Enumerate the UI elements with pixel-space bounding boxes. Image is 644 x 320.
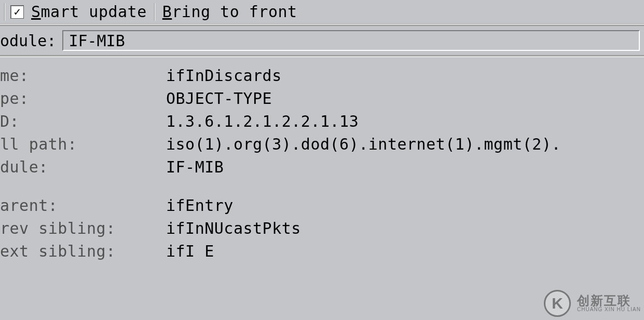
watermark-text-small: CHUANG XIN HU LIAN bbox=[577, 307, 641, 313]
detail-row-parent: arent: ifEntry bbox=[0, 194, 644, 217]
watermark: K 创新互联 CHUANG XIN HU LIAN bbox=[544, 290, 641, 317]
watermark-text-big: 创新互联 bbox=[577, 294, 641, 307]
detail-label-next-sibling: ext sibling: bbox=[0, 240, 166, 263]
detail-row-type: pe: OBJECT-TYPE bbox=[0, 87, 644, 110]
detail-value-type: OBJECT-TYPE bbox=[166, 87, 272, 110]
watermark-logo-letter: K bbox=[552, 295, 563, 312]
detail-label-name: me: bbox=[0, 64, 166, 87]
detail-row-oid: D: 1.3.6.1.2.1.2.2.1.13 bbox=[0, 110, 644, 133]
toolbar-divider bbox=[4, 3, 5, 21]
detail-row-next-sibling: ext sibling: ifI E bbox=[0, 240, 644, 263]
detail-value-prev-sibling: ifInNUcastPkts bbox=[166, 217, 301, 240]
watermark-text: 创新互联 CHUANG XIN HU LIAN bbox=[577, 294, 641, 313]
detail-row-prev-sibling: rev sibling: ifInNUcastPkts bbox=[0, 217, 644, 240]
watermark-logo-icon: K bbox=[544, 290, 571, 317]
toolbar: ✓ Smart update Bring to front bbox=[0, 0, 644, 24]
detail-label-parent: arent: bbox=[0, 194, 166, 217]
smart-update-label[interactable]: Smart update bbox=[29, 3, 149, 21]
bring-to-front-button[interactable]: Bring to front bbox=[160, 3, 299, 21]
detail-row-name: me: ifInDiscards bbox=[0, 64, 644, 87]
details-panel: me: ifInDiscards pe: OBJECT-TYPE D: 1.3.… bbox=[0, 57, 644, 263]
detail-label-type: pe: bbox=[0, 87, 166, 110]
detail-label-module: dule: bbox=[0, 156, 166, 179]
toolbar-divider bbox=[154, 3, 155, 21]
module-row: odule: bbox=[0, 26, 644, 55]
detail-value-full-path: iso(1).org(3).dod(6).internet(1).mgmt(2)… bbox=[166, 133, 561, 156]
module-input[interactable] bbox=[62, 30, 640, 51]
detail-row-full-path: ll path: iso(1).org(3).dod(6).internet(1… bbox=[0, 133, 644, 156]
spacer bbox=[0, 179, 644, 194]
detail-value-module: IF-MIB bbox=[166, 156, 224, 179]
detail-value-oid: 1.3.6.1.2.1.2.2.1.13 bbox=[166, 110, 359, 133]
detail-row-module: dule: IF-MIB bbox=[0, 156, 644, 179]
smart-update-checkbox[interactable]: ✓ bbox=[10, 5, 24, 19]
module-label: odule: bbox=[0, 32, 56, 50]
detail-value-next-sibling: ifI E bbox=[166, 240, 214, 263]
detail-value-parent: ifEntry bbox=[166, 194, 234, 217]
detail-label-prev-sibling: rev sibling: bbox=[0, 217, 166, 240]
detail-label-full-path: ll path: bbox=[0, 133, 166, 156]
detail-value-name: ifInDiscards bbox=[166, 64, 282, 87]
detail-label-oid: D: bbox=[0, 110, 166, 133]
